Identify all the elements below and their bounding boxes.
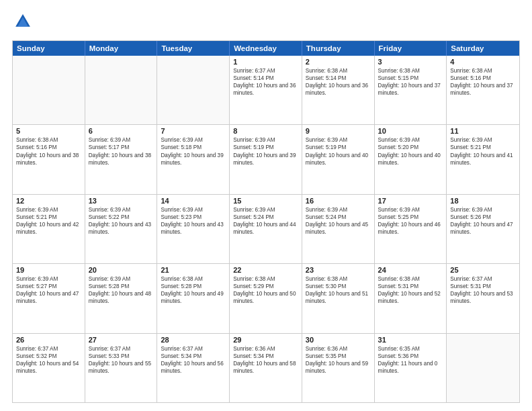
cell-info: Sunrise: 6:38 AM Sunset: 5:16 PM Dayligh… bbox=[16, 136, 81, 166]
cell-info: Sunrise: 6:38 AM Sunset: 5:31 PM Dayligh… bbox=[378, 275, 443, 305]
cell-day-number: 15 bbox=[233, 197, 298, 205]
calendar-cell bbox=[13, 56, 85, 124]
cell-info: Sunrise: 6:39 AM Sunset: 5:22 PM Dayligh… bbox=[89, 206, 154, 236]
cell-day-number: 24 bbox=[378, 266, 443, 274]
calendar-cell: 13Sunrise: 6:39 AM Sunset: 5:22 PM Dayli… bbox=[85, 195, 158, 263]
cell-day-number: 30 bbox=[306, 336, 371, 344]
cell-day-number: 19 bbox=[16, 266, 81, 274]
week-row: 1Sunrise: 6:37 AM Sunset: 5:14 PM Daylig… bbox=[13, 56, 519, 124]
day-header: Sunday bbox=[13, 41, 85, 56]
cell-day-number: 12 bbox=[16, 197, 81, 205]
cell-info: Sunrise: 6:38 AM Sunset: 5:29 PM Dayligh… bbox=[233, 275, 298, 305]
calendar-cell: 20Sunrise: 6:39 AM Sunset: 5:28 PM Dayli… bbox=[85, 264, 158, 332]
calendar-cell: 29Sunrise: 6:36 AM Sunset: 5:34 PM Dayli… bbox=[230, 334, 302, 402]
cell-info: Sunrise: 6:37 AM Sunset: 5:32 PM Dayligh… bbox=[16, 345, 81, 375]
cell-info: Sunrise: 6:39 AM Sunset: 5:24 PM Dayligh… bbox=[233, 206, 298, 236]
cell-info: Sunrise: 6:39 AM Sunset: 5:19 PM Dayligh… bbox=[306, 136, 371, 166]
logo-icon bbox=[13, 12, 32, 31]
calendar-cell: 30Sunrise: 6:36 AM Sunset: 5:35 PM Dayli… bbox=[302, 334, 375, 402]
calendar-cell: 28Sunrise: 6:37 AM Sunset: 5:34 PM Dayli… bbox=[157, 334, 230, 402]
calendar-cell: 4Sunrise: 6:38 AM Sunset: 5:16 PM Daylig… bbox=[447, 56, 519, 124]
cell-day-number: 20 bbox=[89, 266, 154, 274]
calendar-cell bbox=[157, 56, 230, 124]
cell-day-number: 2 bbox=[306, 58, 371, 66]
calendar-cell bbox=[447, 334, 519, 402]
calendar-cell: 10Sunrise: 6:39 AM Sunset: 5:20 PM Dayli… bbox=[375, 125, 447, 193]
calendar-cell: 1Sunrise: 6:37 AM Sunset: 5:14 PM Daylig… bbox=[230, 56, 302, 124]
cell-info: Sunrise: 6:38 AM Sunset: 5:28 PM Dayligh… bbox=[161, 275, 226, 305]
cell-day-number: 6 bbox=[89, 127, 154, 135]
calendar-cell: 11Sunrise: 6:39 AM Sunset: 5:21 PM Dayli… bbox=[447, 125, 519, 193]
cell-day-number: 28 bbox=[161, 336, 226, 344]
cell-day-number: 16 bbox=[306, 197, 371, 205]
calendar-cell: 17Sunrise: 6:39 AM Sunset: 5:25 PM Dayli… bbox=[375, 195, 447, 263]
cell-info: Sunrise: 6:39 AM Sunset: 5:21 PM Dayligh… bbox=[450, 136, 516, 166]
cell-info: Sunrise: 6:39 AM Sunset: 5:21 PM Dayligh… bbox=[16, 206, 81, 236]
cell-info: Sunrise: 6:39 AM Sunset: 5:26 PM Dayligh… bbox=[450, 206, 516, 236]
week-row: 26Sunrise: 6:37 AM Sunset: 5:32 PM Dayli… bbox=[13, 333, 519, 402]
cell-info: Sunrise: 6:38 AM Sunset: 5:15 PM Dayligh… bbox=[378, 67, 443, 97]
calendar-cell: 25Sunrise: 6:37 AM Sunset: 5:31 PM Dayli… bbox=[447, 264, 519, 332]
page: SundayMondayTuesdayWednesdayThursdayFrid… bbox=[0, 0, 532, 411]
cell-info: Sunrise: 6:36 AM Sunset: 5:35 PM Dayligh… bbox=[306, 345, 371, 375]
day-header: Monday bbox=[85, 41, 158, 56]
cell-info: Sunrise: 6:37 AM Sunset: 5:31 PM Dayligh… bbox=[450, 275, 516, 305]
cell-day-number: 31 bbox=[378, 336, 443, 344]
week-row: 5Sunrise: 6:38 AM Sunset: 5:16 PM Daylig… bbox=[13, 124, 519, 193]
logo bbox=[12, 12, 35, 34]
cell-day-number: 4 bbox=[450, 58, 516, 66]
cell-info: Sunrise: 6:37 AM Sunset: 5:33 PM Dayligh… bbox=[89, 345, 154, 375]
calendar-cell: 12Sunrise: 6:39 AM Sunset: 5:21 PM Dayli… bbox=[13, 195, 85, 263]
cell-day-number: 18 bbox=[450, 197, 516, 205]
weeks: 1Sunrise: 6:37 AM Sunset: 5:14 PM Daylig… bbox=[13, 56, 519, 402]
cell-day-number: 3 bbox=[378, 58, 443, 66]
calendar: SundayMondayTuesdayWednesdayThursdayFrid… bbox=[12, 40, 520, 403]
cell-info: Sunrise: 6:39 AM Sunset: 5:18 PM Dayligh… bbox=[161, 136, 226, 166]
cell-info: Sunrise: 6:39 AM Sunset: 5:25 PM Dayligh… bbox=[378, 206, 443, 236]
calendar-cell: 3Sunrise: 6:38 AM Sunset: 5:15 PM Daylig… bbox=[375, 56, 447, 124]
cell-day-number: 29 bbox=[233, 336, 298, 344]
calendar-cell: 7Sunrise: 6:39 AM Sunset: 5:18 PM Daylig… bbox=[157, 125, 230, 193]
day-header: Tuesday bbox=[157, 41, 230, 56]
calendar-cell: 16Sunrise: 6:39 AM Sunset: 5:24 PM Dayli… bbox=[302, 195, 375, 263]
header bbox=[12, 12, 520, 34]
cell-day-number: 21 bbox=[161, 266, 226, 274]
day-header: Saturday bbox=[447, 41, 519, 56]
cell-info: Sunrise: 6:39 AM Sunset: 5:17 PM Dayligh… bbox=[89, 136, 154, 166]
cell-info: Sunrise: 6:39 AM Sunset: 5:24 PM Dayligh… bbox=[306, 206, 371, 236]
day-header: Friday bbox=[375, 41, 447, 56]
cell-day-number: 25 bbox=[450, 266, 516, 274]
calendar-cell: 9Sunrise: 6:39 AM Sunset: 5:19 PM Daylig… bbox=[302, 125, 375, 193]
calendar-cell: 24Sunrise: 6:38 AM Sunset: 5:31 PM Dayli… bbox=[375, 264, 447, 332]
calendar-cell: 14Sunrise: 6:39 AM Sunset: 5:23 PM Dayli… bbox=[157, 195, 230, 263]
calendar-cell: 5Sunrise: 6:38 AM Sunset: 5:16 PM Daylig… bbox=[13, 125, 85, 193]
cell-day-number: 5 bbox=[16, 127, 81, 135]
cell-info: Sunrise: 6:38 AM Sunset: 5:30 PM Dayligh… bbox=[306, 275, 371, 305]
cell-day-number: 27 bbox=[89, 336, 154, 344]
calendar-cell: 18Sunrise: 6:39 AM Sunset: 5:26 PM Dayli… bbox=[447, 195, 519, 263]
cell-info: Sunrise: 6:38 AM Sunset: 5:14 PM Dayligh… bbox=[306, 67, 371, 97]
cell-info: Sunrise: 6:39 AM Sunset: 5:20 PM Dayligh… bbox=[378, 136, 443, 166]
cell-info: Sunrise: 6:38 AM Sunset: 5:16 PM Dayligh… bbox=[450, 67, 516, 97]
cell-day-number: 7 bbox=[161, 127, 226, 135]
calendar-cell: 15Sunrise: 6:39 AM Sunset: 5:24 PM Dayli… bbox=[230, 195, 302, 263]
cell-info: Sunrise: 6:36 AM Sunset: 5:34 PM Dayligh… bbox=[233, 345, 298, 375]
day-headers: SundayMondayTuesdayWednesdayThursdayFrid… bbox=[13, 41, 519, 56]
week-row: 12Sunrise: 6:39 AM Sunset: 5:21 PM Dayli… bbox=[13, 194, 519, 263]
cell-day-number: 9 bbox=[306, 127, 371, 135]
cell-day-number: 10 bbox=[378, 127, 443, 135]
day-header: Thursday bbox=[302, 41, 375, 56]
cell-info: Sunrise: 6:37 AM Sunset: 5:14 PM Dayligh… bbox=[233, 67, 298, 97]
calendar-cell: 31Sunrise: 6:35 AM Sunset: 5:36 PM Dayli… bbox=[375, 334, 447, 402]
calendar-cell: 22Sunrise: 6:38 AM Sunset: 5:29 PM Dayli… bbox=[230, 264, 302, 332]
calendar-cell: 27Sunrise: 6:37 AM Sunset: 5:33 PM Dayli… bbox=[85, 334, 158, 402]
cell-day-number: 8 bbox=[233, 127, 298, 135]
cell-info: Sunrise: 6:35 AM Sunset: 5:36 PM Dayligh… bbox=[378, 345, 443, 375]
day-header: Wednesday bbox=[230, 41, 302, 56]
cell-info: Sunrise: 6:39 AM Sunset: 5:27 PM Dayligh… bbox=[16, 275, 81, 305]
calendar-cell: 2Sunrise: 6:38 AM Sunset: 5:14 PM Daylig… bbox=[302, 56, 375, 124]
cell-day-number: 13 bbox=[89, 197, 154, 205]
calendar-cell bbox=[85, 56, 158, 124]
cell-day-number: 26 bbox=[16, 336, 81, 344]
cell-day-number: 17 bbox=[378, 197, 443, 205]
